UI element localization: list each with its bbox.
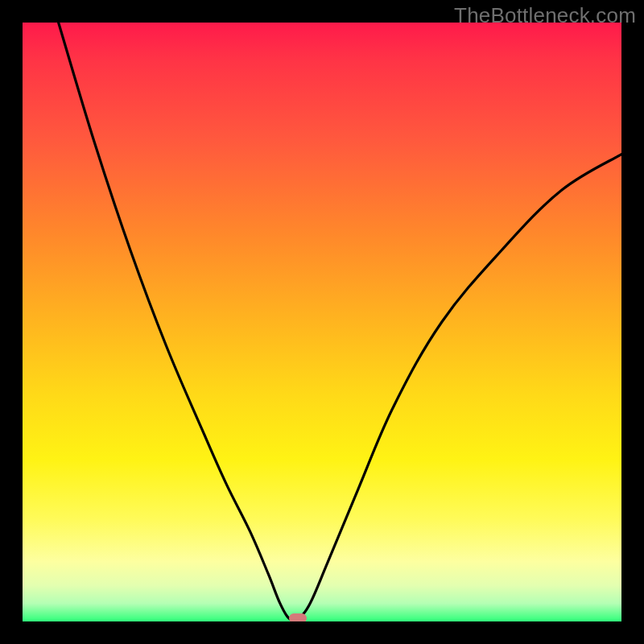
- curve-svg: [23, 23, 621, 621]
- watermark-text: TheBottleneck.com: [454, 3, 636, 28]
- plot-area: [23, 23, 621, 621]
- bottleneck-curve-path: [59, 23, 621, 621]
- chart-frame: TheBottleneck.com: [0, 0, 644, 644]
- optimum-marker: [289, 613, 307, 621]
